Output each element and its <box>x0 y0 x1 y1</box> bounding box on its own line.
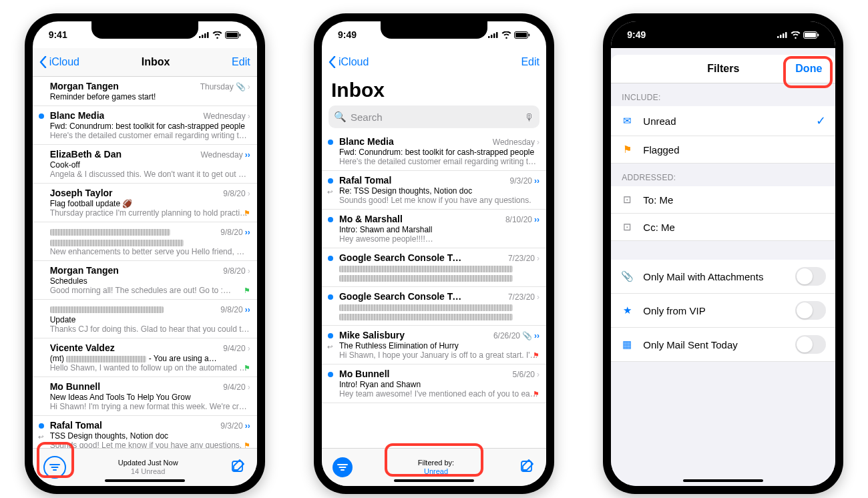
svg-rect-25 <box>785 32 787 38</box>
message-row[interactable]: Morgan Tangen Thursday 📎 › Reminder befo… <box>33 77 257 106</box>
message-row[interactable]: ↩︎ Mike Salisbury 6/26/20 📎 ›› The Ruthl… <box>322 326 546 364</box>
message-row[interactable]: ElizaBeth & Dan Wednesday ›› Cook-off An… <box>33 145 257 184</box>
search-field[interactable]: 🔍 Search 🎙︎ <box>329 105 539 128</box>
status-time: 9:49 <box>338 29 357 40</box>
done-button[interactable]: Done <box>795 63 829 75</box>
thread-indicator: ›› <box>245 421 250 431</box>
chevron-right-icon: › <box>248 266 250 276</box>
edit-button[interactable]: Edit <box>232 56 250 68</box>
back-button[interactable]: iCloud <box>39 56 79 68</box>
filter-button[interactable] <box>43 456 66 479</box>
attachment-icon: 📎 <box>620 270 634 282</box>
message-row[interactable]: 9/8/20 ›› Update Thanks CJ for doing thi… <box>33 300 257 338</box>
home-indicator[interactable] <box>683 479 763 482</box>
nav-bar: iCloud Inbox Edit <box>33 48 257 77</box>
filters-nav: Filters Done <box>611 55 835 83</box>
date: 9/8/20 › <box>223 266 250 276</box>
phone-frame-1: 9:41 iCloud Inbox Edit Morgan Tangen Thu… <box>25 13 265 494</box>
chevron-right-icon: › <box>248 344 250 353</box>
home-indicator[interactable] <box>105 479 185 482</box>
battery-icon <box>803 31 819 39</box>
flag-icon: ⚑ <box>244 364 250 372</box>
phone-frame-2: 9:49 iCloud Edit Inbox 🔍 Search 🎙︎ Blan <box>314 13 554 494</box>
message-row[interactable]: Mo Bunnell 5/6/20 › Intro! Ryan and Shaw… <box>322 364 546 403</box>
active-filter: Unread <box>418 467 454 476</box>
notch <box>381 21 487 39</box>
date: 9/3/20 ›› <box>220 421 250 431</box>
svg-rect-14 <box>496 32 498 38</box>
date: 9/3/20 ›› <box>510 176 539 186</box>
svg-rect-27 <box>805 33 816 37</box>
subject-redacted <box>339 264 539 273</box>
message-row[interactable]: Blanc Media Wednesday › Fwd: Conundrum: … <box>322 132 546 171</box>
compose-button[interactable] <box>230 458 246 477</box>
filter-option[interactable]: ⚑ Flagged <box>611 136 835 164</box>
home-indicator[interactable] <box>394 479 474 482</box>
toggle-switch[interactable] <box>795 301 826 320</box>
edit-button[interactable]: Edit <box>521 56 539 68</box>
phone-frame-3: 9:49 Filters Done INCLUDE: ✉︎ Unread ✓ ⚑… <box>603 13 843 494</box>
message-list[interactable]: Morgan Tangen Thursday 📎 › Reminder befo… <box>33 77 257 448</box>
cc-icon: ⊡ <box>620 221 634 233</box>
filter-option[interactable]: ⊡ Cc: Me <box>611 214 835 241</box>
checkmark-icon: ✓ <box>816 113 826 128</box>
option-label: Unread <box>643 115 807 127</box>
preview: Hello Shawn, I wanted to follow up on th… <box>50 363 250 372</box>
filter-option[interactable]: ▦ Only Mail Sent Today <box>611 328 835 362</box>
chevron-right-icon: › <box>248 383 250 392</box>
compose-button[interactable] <box>519 458 535 477</box>
message-row[interactable]: ↩︎ Rafal Tomal 9/3/20 ›› Re: TSS Design … <box>322 171 546 210</box>
filter-option[interactable]: ★ Only from VIP <box>611 294 835 328</box>
filter-button-active[interactable] <box>333 457 353 477</box>
unread-dot <box>328 256 333 261</box>
filter-option[interactable]: ✉︎ Unread ✓ <box>611 106 835 136</box>
filter-option[interactable]: ⊡ To: Me <box>611 186 835 214</box>
option-label: Only Mail with Attachments <box>643 271 786 282</box>
option-label: Cc: Me <box>643 222 826 233</box>
message-row[interactable]: 9/8/20 ›› New enhancements to better ser… <box>33 222 257 261</box>
signal-icon <box>199 31 210 38</box>
message-row[interactable]: Google Search Console Team 7/23/20 › <box>322 287 546 326</box>
date: 7/23/20 › <box>508 292 539 302</box>
sender-redacted <box>50 226 170 237</box>
message-row[interactable]: Mo & Marshall 8/10/20 ›› Intro: Shawn an… <box>322 210 546 248</box>
chevron-right-icon: › <box>248 82 250 91</box>
svg-rect-2 <box>204 33 206 38</box>
battery-icon <box>514 31 530 39</box>
option-label: Only Mail Sent Today <box>643 339 786 350</box>
toolbar-status[interactable]: Filtered by: Unread <box>418 459 454 476</box>
unread-dot <box>328 333 333 338</box>
message-row[interactable]: Morgan Tangen 9/8/20 › Schedules Good mo… <box>33 261 257 300</box>
message-row[interactable]: Joseph Taylor 9/8/20 › Flag football upd… <box>33 184 257 222</box>
date: 9/4/20 › <box>223 383 250 392</box>
toggle-switch[interactable] <box>795 267 826 286</box>
message-list[interactable]: Blanc Media Wednesday › Fwd: Conundrum: … <box>322 132 546 448</box>
compose-icon <box>519 458 535 474</box>
compose-icon <box>230 458 246 474</box>
unread-dot <box>39 113 44 119</box>
svg-rect-0 <box>199 36 201 38</box>
date: 9/8/20 ›› <box>220 228 250 237</box>
flag-icon: ⚑ <box>533 351 539 360</box>
search-icon: 🔍 <box>334 111 347 123</box>
subject-redacted <box>50 238 250 247</box>
back-button[interactable]: iCloud <box>329 56 369 68</box>
message-row[interactable]: ↩︎ Rafal Tomal 9/3/20 ›› TSS Design thou… <box>33 416 257 448</box>
subject: New Ideas And Tools To Help You Grow <box>50 393 250 402</box>
chevron-right-icon: › <box>537 292 539 302</box>
thread-indicator: ›› <box>534 176 539 186</box>
message-row[interactable]: Blanc Media Wednesday › Fwd: Conundrum: … <box>33 106 257 145</box>
subject: Flag football update 🏈 <box>50 199 250 208</box>
nav-title: Inbox <box>142 56 170 68</box>
sender: Morgan Tangen <box>50 81 119 91</box>
message-row[interactable]: Google Search Console Team 7/23/20 › <box>322 248 546 287</box>
unread-icon: ✉︎ <box>620 115 634 127</box>
chevron-right-icon: › <box>248 111 250 121</box>
dictation-icon[interactable]: 🎙︎ <box>524 111 534 123</box>
filter-option[interactable]: 📎 Only Mail with Attachments <box>611 260 835 294</box>
toggle-switch[interactable] <box>795 335 826 354</box>
message-row[interactable]: Mo Bunnell 9/4/20 › New Ideas And Tools … <box>33 377 257 416</box>
message-row[interactable]: Vicente Valdez 9/4/20 › (mt) - You are u… <box>33 338 257 377</box>
sender: Joseph Taylor <box>50 188 113 198</box>
date: 9/8/20 › <box>223 189 250 198</box>
